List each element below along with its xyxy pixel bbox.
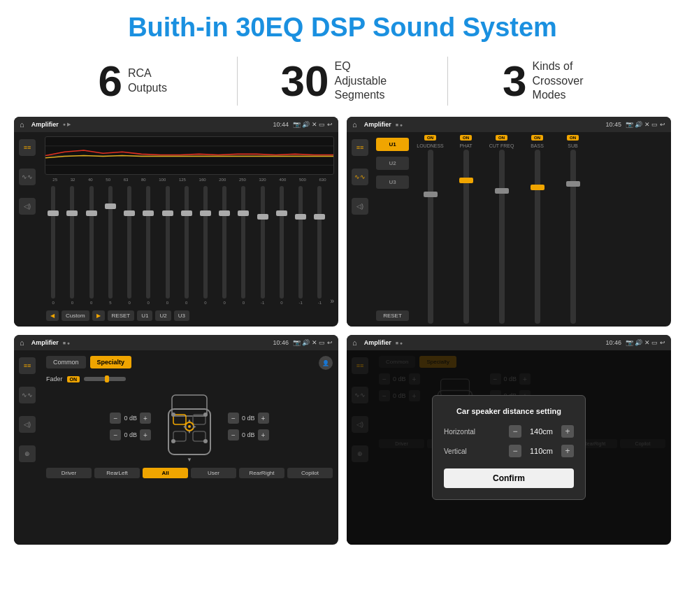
horizontal-minus[interactable]: −	[509, 425, 521, 438]
fader-on-badge[interactable]: ON	[67, 376, 80, 382]
svg-text:▼: ▼	[187, 457, 192, 463]
screen-dialog: ⌂ Amplifier ■ ● 10:46 📷 🔊 ✕ ▭ ↩ ≡≡ ∿∿ ◁)…	[347, 335, 671, 545]
u2-preset[interactable]: U2	[376, 157, 409, 170]
sidebar-eq-icon-2[interactable]: ≡≡	[352, 139, 368, 156]
svg-point-10	[188, 425, 191, 428]
eq-slider-4[interactable]: 0	[121, 186, 138, 305]
sidebar-wave-icon-2[interactable]: ∿∿	[352, 169, 368, 185]
rear-right-btn-3[interactable]: RearRight	[239, 468, 284, 478]
loudness-on[interactable]: ON	[424, 135, 436, 141]
u2-btn-1[interactable]: U2	[155, 310, 171, 321]
eq-slider-9[interactable]: 0	[216, 186, 233, 305]
sidebar-speaker-icon[interactable]: ◁)	[19, 198, 36, 215]
eq-slider-7[interactable]: 0	[178, 186, 195, 305]
sidebar-speaker-icon-2[interactable]: ◁)	[352, 198, 368, 215]
sidebar-wave-icon[interactable]: ∿∿	[19, 169, 36, 185]
vol-minus-fl[interactable]: −	[110, 413, 121, 424]
bass-on[interactable]: ON	[531, 135, 543, 141]
home-icon-2[interactable]: ⌂	[352, 120, 357, 129]
phat-slider[interactable]	[463, 150, 469, 324]
sidebar-wave-icon-3[interactable]: ∿∿	[19, 387, 36, 403]
topbar-time-4: 10:46	[605, 339, 621, 346]
u3-preset[interactable]: U3	[376, 176, 409, 189]
play-btn[interactable]: ▶	[92, 310, 105, 321]
vol-minus-rl[interactable]: −	[110, 429, 121, 440]
vol-val-fr: 0 dB	[242, 415, 255, 422]
horizontal-plus[interactable]: +	[561, 425, 574, 438]
sub-label: SUB	[568, 143, 577, 148]
vol-controls-right: − 0 dB + − 0 dB +	[228, 413, 269, 440]
driver-btn-3[interactable]: Driver	[46, 468, 92, 478]
vol-row-rr: − 0 dB +	[228, 429, 269, 440]
screen-eq-sliders: ⌂ Amplifier ● ▶ 10:44 📷 🔊 ✕ ▭ ↩ ≡≡ ∿∿ ◁)	[14, 117, 338, 327]
eq-slider-1[interactable]: 0	[64, 186, 80, 305]
screen2-presets: U1 U2 U3 RESET	[373, 132, 412, 327]
svg-rect-7	[173, 431, 186, 441]
stat-rca: 6 RCAOutputs	[42, 59, 223, 103]
eq-slider-6[interactable]: 0	[159, 186, 175, 305]
fader-slider[interactable]	[84, 377, 126, 381]
sidebar-speaker-icon-3[interactable]: ◁)	[19, 416, 36, 433]
vertical-plus[interactable]: +	[561, 445, 574, 457]
reset-btn-2[interactable]: RESET	[376, 310, 409, 321]
copilot-btn-3[interactable]: Copilot	[287, 468, 333, 478]
eq-slider-8[interactable]: 0	[197, 186, 214, 305]
channel-sub: ON SUB	[557, 135, 589, 324]
prev-btn[interactable]: ◀	[46, 310, 59, 321]
eq-slider-0[interactable]: 0	[45, 186, 62, 305]
topbar-dots-4: ■ ●	[396, 341, 403, 345]
sidebar-eq-icon-3[interactable]: ≡≡	[19, 357, 36, 374]
vertical-value: 110cm	[526, 447, 557, 455]
more-icon[interactable]: »	[331, 297, 335, 305]
confirm-button[interactable]: Confirm	[444, 468, 574, 488]
eq-slider-11[interactable]: -1	[254, 186, 271, 305]
cutfreq-on[interactable]: ON	[496, 135, 507, 141]
vol-plus-rr[interactable]: +	[258, 429, 269, 440]
loudness-slider[interactable]	[428, 150, 433, 324]
all-btn-3[interactable]: All	[143, 468, 188, 478]
home-icon-4[interactable]: ⌂	[352, 338, 357, 347]
profile-icon-3[interactable]: 👤	[319, 356, 333, 370]
eq-slider-3[interactable]: 5	[102, 186, 119, 305]
eq-slider-14[interactable]: -1	[311, 186, 328, 305]
eq-slider-10[interactable]: 0	[235, 186, 252, 305]
home-icon-1[interactable]: ⌂	[20, 120, 24, 129]
screen1-sidebar: ≡≡ ∿∿ ◁)	[14, 132, 41, 327]
u1-btn-1[interactable]: U1	[137, 310, 152, 321]
sidebar-expand-icon-3[interactable]: ⊕	[19, 445, 36, 462]
vol-minus-fr[interactable]: −	[228, 413, 239, 424]
topbar-title-1: Amplifier	[31, 121, 59, 128]
eq-slider-2[interactable]: 0	[82, 186, 99, 305]
vol-row-fl: − 0 dB +	[110, 413, 151, 424]
reset-btn-1[interactable]: RESET	[108, 310, 135, 321]
channel-bass: ON BASS	[521, 135, 553, 324]
rear-left-btn-3[interactable]: RearLeft	[94, 468, 140, 478]
topbar-time-1: 10:44	[273, 121, 289, 128]
vol-plus-fr[interactable]: +	[258, 413, 269, 424]
cutfreq-slider[interactable]	[499, 150, 505, 324]
sidebar-eq-icon[interactable]: ≡≡	[19, 139, 36, 156]
vol-plus-fl[interactable]: +	[140, 413, 151, 424]
vertical-minus[interactable]: −	[509, 445, 521, 457]
u3-btn-1[interactable]: U3	[174, 310, 189, 321]
specialty-tab-3[interactable]: Specialty	[90, 356, 132, 368]
home-icon-3[interactable]: ⌂	[20, 338, 24, 347]
vol-val-fl: 0 dB	[124, 415, 137, 422]
vol-minus-rr[interactable]: −	[228, 429, 239, 440]
eq-slider-13[interactable]: -1	[292, 186, 309, 305]
user-btn-3[interactable]: User	[191, 468, 236, 478]
horizontal-row: Horizontal − 140cm +	[444, 425, 574, 438]
stat-number-crossover: 3	[503, 59, 526, 103]
vol-plus-rl[interactable]: +	[140, 429, 151, 440]
custom-btn[interactable]: Custom	[62, 310, 89, 321]
sub-on[interactable]: ON	[567, 135, 579, 141]
bass-slider[interactable]	[535, 150, 540, 324]
eq-slider-5[interactable]: 0	[140, 186, 157, 305]
eq-slider-12[interactable]: 0	[273, 186, 290, 305]
phat-on[interactable]: ON	[460, 135, 472, 141]
common-tab-3[interactable]: Common	[46, 356, 86, 368]
u1-preset[interactable]: U1	[376, 138, 409, 151]
vertical-row: Vertical − 110cm +	[444, 445, 574, 457]
sub-slider[interactable]	[570, 150, 576, 324]
topbar-time-3: 10:46	[273, 339, 289, 346]
